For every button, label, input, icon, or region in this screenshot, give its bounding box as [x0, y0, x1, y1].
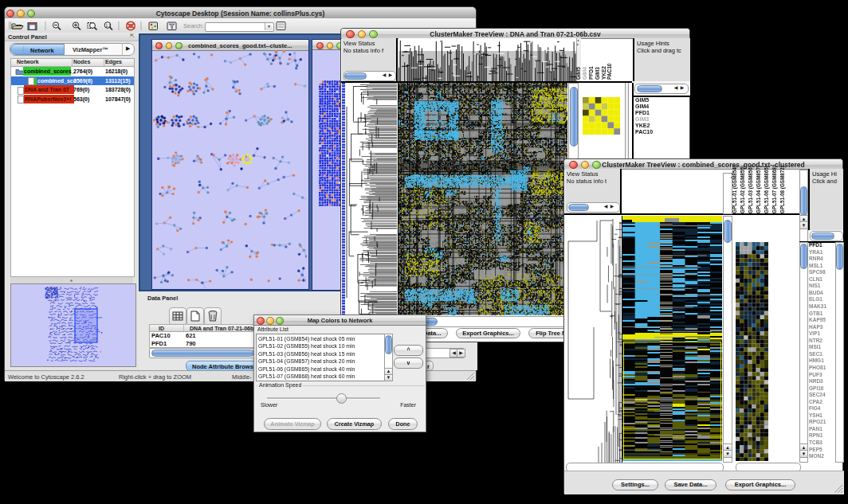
svg-text:Search:: Search: [183, 22, 204, 29]
svg-text:1:1: 1:1 [106, 24, 112, 28]
